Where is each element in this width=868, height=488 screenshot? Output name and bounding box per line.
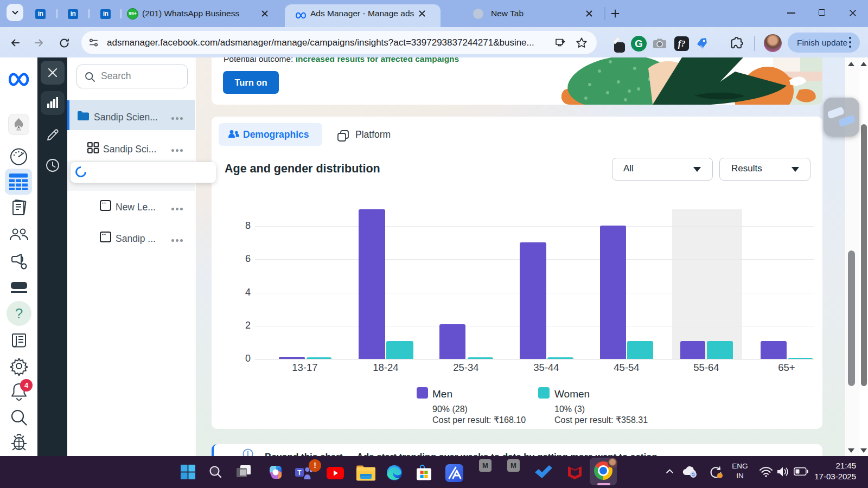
svg-text:T: T bbox=[297, 469, 302, 477]
